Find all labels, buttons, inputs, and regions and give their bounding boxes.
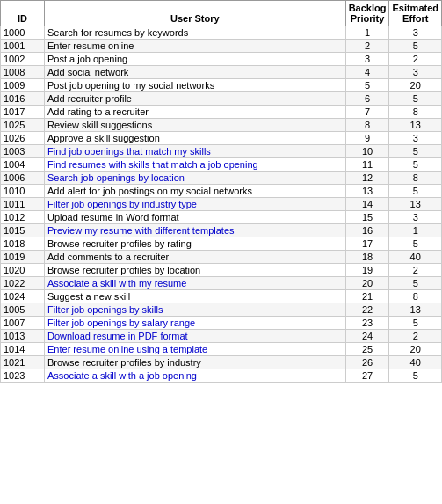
cell-id: 1005	[1, 303, 45, 317]
cell-story: Find resumes with skills that match a jo…	[45, 158, 346, 172]
cell-story: Add social network	[45, 66, 346, 79]
cell-effort: 13	[389, 119, 442, 132]
cell-story: Search job openings by location	[45, 172, 346, 185]
cell-story: Add alert for job postings on my social …	[45, 185, 346, 198]
cell-backlog: 24	[345, 330, 389, 343]
cell-story: Filter job openings by salary range	[45, 317, 346, 330]
cell-effort: 5	[389, 185, 442, 198]
cell-story: Find job openings that match my skills	[45, 145, 346, 158]
cell-story: Add recruiter profile	[45, 92, 346, 106]
cell-id: 1010	[1, 185, 45, 198]
cell-effort: 40	[389, 251, 442, 264]
table-row: 1021Browse recruiter profiles by industr…	[1, 356, 442, 369]
cell-id: 1011	[1, 198, 45, 211]
cell-id: 1007	[1, 317, 45, 330]
table-row: 1023Associate a skill with a job opening…	[1, 369, 442, 383]
table-row: 1009Post job opening to my social networ…	[1, 79, 442, 92]
cell-id: 1025	[1, 119, 45, 132]
backlog-table: ID User Story Backlog Priority Esitmated…	[0, 0, 442, 383]
cell-backlog: 23	[345, 317, 389, 330]
cell-story: Filter job openings by skills	[45, 303, 346, 317]
cell-effort: 5	[389, 369, 442, 383]
table-row: 1010Add alert for job postings on my soc…	[1, 185, 442, 198]
cell-backlog: 14	[345, 198, 389, 211]
cell-effort: 40	[389, 356, 442, 369]
cell-effort: 8	[389, 172, 442, 185]
cell-backlog: 1	[345, 26, 389, 40]
cell-effort: 13	[389, 198, 442, 211]
table-row: 1014Enter resume online using a template…	[1, 343, 442, 356]
cell-story: Enter resume online using a template	[45, 343, 346, 356]
cell-id: 1018	[1, 237, 45, 251]
cell-backlog: 22	[345, 303, 389, 317]
cell-id: 1014	[1, 343, 45, 356]
cell-backlog: 8	[345, 119, 389, 132]
cell-story: Post a job opening	[45, 53, 346, 66]
cell-story: Add rating to a recruiter	[45, 106, 346, 119]
cell-story: Enter resume online	[45, 40, 346, 53]
table-row: 1020Browse recruiter profiles by locatio…	[1, 264, 442, 277]
table-row: 1012Upload resume in Word format153	[1, 211, 442, 224]
table-row: 1019Add comments to a recruiter1840	[1, 251, 442, 264]
header-effort: Esitmated Effort	[389, 1, 442, 26]
cell-effort: 3	[389, 66, 442, 79]
cell-effort: 5	[389, 40, 442, 53]
cell-effort: 5	[389, 92, 442, 106]
table-row: 1025Review skill suggestions813	[1, 119, 442, 132]
table-row: 1003Find job openings that match my skil…	[1, 145, 442, 158]
cell-effort: 3	[389, 211, 442, 224]
cell-backlog: 17	[345, 237, 389, 251]
cell-id: 1013	[1, 330, 45, 343]
table-row: 1005Filter job openings by skills2213	[1, 303, 442, 317]
cell-backlog: 10	[345, 145, 389, 158]
cell-story: Associate a skill with a job opening	[45, 369, 346, 383]
cell-backlog: 20	[345, 277, 389, 290]
cell-backlog: 7	[345, 106, 389, 119]
cell-effort: 8	[389, 290, 442, 303]
cell-story: Download resume in PDF format	[45, 330, 346, 343]
cell-backlog: 21	[345, 290, 389, 303]
cell-story: Review skill suggestions	[45, 119, 346, 132]
cell-effort: 20	[389, 343, 442, 356]
cell-backlog: 16	[345, 224, 389, 237]
cell-story: Associate a skill with my resume	[45, 277, 346, 290]
table-row: 1017Add rating to a recruiter78	[1, 106, 442, 119]
table-row: 1011Filter job openings by industry type…	[1, 198, 442, 211]
table-row: 1015Preview my resume with different tem…	[1, 224, 442, 237]
table-row: 1022Associate a skill with my resume205	[1, 277, 442, 290]
header-backlog: Backlog Priority	[345, 1, 389, 26]
cell-effort: 2	[389, 264, 442, 277]
cell-backlog: 9	[345, 132, 389, 145]
cell-effort: 5	[389, 158, 442, 172]
cell-id: 1020	[1, 264, 45, 277]
cell-id: 1006	[1, 172, 45, 185]
cell-id: 1026	[1, 132, 45, 145]
cell-story: Search for resumes by keywords	[45, 26, 346, 40]
cell-story: Browse recruiter profiles by location	[45, 264, 346, 277]
cell-id: 1012	[1, 211, 45, 224]
cell-id: 1024	[1, 290, 45, 303]
cell-backlog: 26	[345, 356, 389, 369]
cell-effort: 20	[389, 79, 442, 92]
header-id: ID	[1, 1, 45, 26]
cell-story: Approve a skill suggestion	[45, 132, 346, 145]
cell-effort: 5	[389, 237, 442, 251]
cell-id: 1002	[1, 53, 45, 66]
cell-effort: 1	[389, 224, 442, 237]
cell-backlog: 18	[345, 251, 389, 264]
cell-story: Upload resume in Word format	[45, 211, 346, 224]
cell-id: 1003	[1, 145, 45, 158]
table-row: 1002Post a job opening32	[1, 53, 442, 66]
cell-story: Post job opening to my social networks	[45, 79, 346, 92]
cell-effort: 8	[389, 106, 442, 119]
table-row: 1026Approve a skill suggestion93	[1, 132, 442, 145]
cell-id: 1021	[1, 356, 45, 369]
cell-backlog: 5	[345, 79, 389, 92]
cell-effort: 3	[389, 26, 442, 40]
table-row: 1018Browse recruiter profiles by rating1…	[1, 237, 442, 251]
cell-effort: 3	[389, 132, 442, 145]
cell-id: 1000	[1, 26, 45, 40]
cell-id: 1008	[1, 66, 45, 79]
cell-id: 1019	[1, 251, 45, 264]
cell-id: 1022	[1, 277, 45, 290]
